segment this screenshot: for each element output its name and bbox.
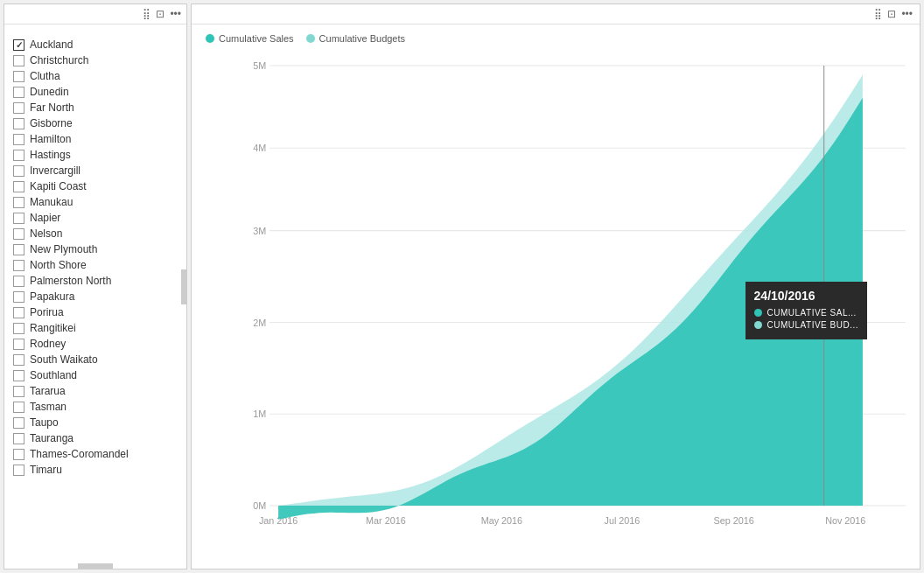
svg-text:Sep 2016: Sep 2016: [713, 515, 753, 526]
city-item[interactable]: Gisborne: [4, 115, 186, 131]
city-item[interactable]: Porirua: [4, 304, 186, 320]
city-checkbox[interactable]: [13, 449, 24, 460]
city-checkbox[interactable]: [13, 402, 24, 413]
city-checkbox[interactable]: [13, 165, 24, 177]
svg-text:Mar 2016: Mar 2016: [366, 515, 406, 526]
city-checkbox[interactable]: [13, 465, 24, 476]
legend-label: Cumulative Budgets: [319, 33, 405, 44]
city-item[interactable]: Clutha: [4, 68, 186, 84]
city-item[interactable]: Tasman: [4, 399, 186, 415]
city-checkbox[interactable]: [13, 134, 24, 145]
city-label: Invercargill: [30, 164, 80, 177]
city-label: Thames-Coromandel: [30, 448, 129, 460]
svg-text:2M: 2M: [253, 317, 266, 327]
city-item[interactable]: Napier: [4, 210, 186, 226]
city-item[interactable]: Tararua: [4, 383, 186, 399]
city-checkbox[interactable]: [13, 118, 24, 129]
city-item[interactable]: South Waikato: [4, 352, 186, 367]
city-checkbox[interactable]: [13, 386, 24, 397]
city-item[interactable]: Palmerston North: [4, 273, 186, 289]
city-checkbox[interactable]: [13, 87, 24, 98]
resize-handle-bottom[interactable]: [78, 563, 113, 569]
city-checkbox[interactable]: [13, 260, 24, 271]
city-checkbox[interactable]: [13, 417, 24, 429]
city-label: Hamilton: [30, 133, 71, 145]
city-item[interactable]: Rodney: [4, 336, 186, 352]
city-item[interactable]: New Plymouth: [4, 241, 186, 257]
chart-title: [192, 24, 920, 31]
city-item[interactable]: Hastings: [4, 147, 186, 163]
expand-icon[interactable]: ⊡: [156, 8, 164, 20]
city-checkbox[interactable]: [13, 291, 24, 303]
legend-item: Cumulative Sales: [206, 33, 294, 44]
city-item[interactable]: Auckland: [4, 37, 186, 52]
city-label: Kapiti Coast: [30, 180, 87, 192]
city-item[interactable]: Christchurch: [4, 52, 186, 68]
city-item[interactable]: Rangitikei: [4, 320, 186, 336]
city-checkbox[interactable]: [13, 150, 24, 161]
chart-area: 5M4M3M2M1M0MJan 2016Mar 2016May 2016Jul …: [192, 47, 920, 569]
city-item[interactable]: Papakura: [4, 289, 186, 304]
city-checkbox[interactable]: [13, 433, 24, 444]
city-label: Far North: [30, 101, 74, 114]
city-item[interactable]: Taupo: [4, 415, 186, 430]
city-checkbox[interactable]: [13, 228, 24, 240]
drag-icon[interactable]: ⣿: [143, 8, 150, 20]
city-label: Rodney: [30, 338, 66, 350]
city-label: Porirua: [30, 306, 64, 318]
city-item[interactable]: North Shore: [4, 257, 186, 273]
city-checkbox[interactable]: [13, 244, 24, 255]
city-label: Christchurch: [30, 54, 88, 66]
city-checkbox[interactable]: [13, 71, 24, 82]
expand-icon[interactable]: ⊡: [887, 8, 896, 20]
city-item[interactable]: Dunedin: [4, 84, 186, 100]
city-label: North Shore: [30, 259, 87, 271]
svg-text:1M: 1M: [253, 409, 266, 419]
city-checkbox[interactable]: [13, 39, 24, 51]
chart-toolbar: ⣿ ⊡ •••: [192, 4, 920, 24]
city-checkbox[interactable]: [13, 213, 24, 224]
city-item[interactable]: Hamilton: [4, 131, 186, 147]
resize-handle-right[interactable]: [181, 269, 186, 304]
city-checkbox[interactable]: [13, 102, 24, 114]
city-checkbox[interactable]: [13, 181, 24, 192]
city-label: South Waikato: [30, 353, 98, 366]
city-item[interactable]: Tauranga: [4, 430, 186, 446]
city-item[interactable]: Far North: [4, 100, 186, 115]
drag-icon[interactable]: ⣿: [874, 8, 882, 20]
svg-text:Jul 2016: Jul 2016: [605, 515, 640, 526]
city-item[interactable]: Southland: [4, 367, 186, 383]
city-label: New Plymouth: [30, 243, 97, 255]
city-item[interactable]: Timaru: [4, 462, 186, 478]
city-label: Tararua: [30, 385, 66, 397]
svg-text:Nov 2016: Nov 2016: [825, 515, 865, 526]
city-item[interactable]: Manukau: [4, 194, 186, 210]
city-label: Taupo: [30, 416, 59, 429]
city-label: Dunedin: [30, 86, 69, 98]
city-label: Tauranga: [30, 432, 74, 444]
legend-dot: [206, 34, 214, 43]
city-label: Tasman: [30, 401, 66, 413]
more-icon[interactable]: •••: [170, 8, 181, 20]
chart-svg: 5M4M3M2M1M0MJan 2016Mar 2016May 2016Jul …: [235, 47, 906, 542]
city-label: Palmerston North: [30, 275, 111, 287]
city-checkbox[interactable]: [13, 307, 24, 318]
city-checkbox[interactable]: [13, 323, 24, 334]
legend-label: Cumulative Sales: [219, 33, 294, 44]
svg-text:May 2016: May 2016: [481, 515, 522, 526]
city-label: Gisborne: [30, 117, 73, 129]
svg-text:5M: 5M: [253, 60, 266, 71]
city-item[interactable]: Kapiti Coast: [4, 178, 186, 194]
city-checkbox[interactable]: [13, 354, 24, 366]
legend-item: Cumulative Budgets: [306, 33, 405, 44]
city-item[interactable]: Thames-Coromandel: [4, 446, 186, 462]
city-checkbox[interactable]: [13, 339, 24, 350]
city-checkbox[interactable]: [13, 370, 24, 381]
more-icon[interactable]: •••: [901, 8, 913, 20]
city-checkbox[interactable]: [13, 55, 24, 66]
city-checkbox[interactable]: [13, 276, 24, 287]
city-item[interactable]: Nelson: [4, 226, 186, 241]
city-checkbox[interactable]: [13, 197, 24, 208]
city-item[interactable]: Invercargill: [4, 163, 186, 178]
panel-title: [4, 24, 186, 35]
